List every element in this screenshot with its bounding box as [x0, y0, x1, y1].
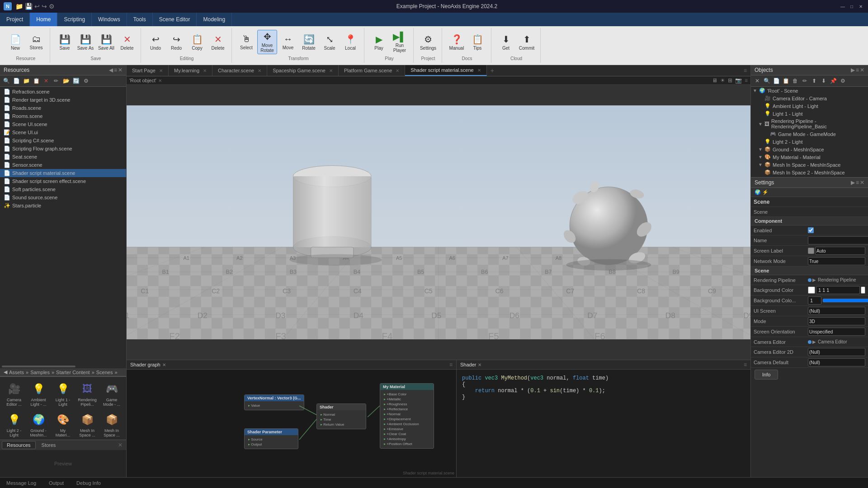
file-item-ambient-light[interactable]: 💡 Ambient Light - ... [27, 380, 50, 408]
tree-item[interactable]: 📄 Sound source.scene [0, 193, 126, 202]
breadcrumb-scenes[interactable]: Scenes [96, 370, 113, 375]
close-tab-learning[interactable]: ✕ [203, 68, 207, 73]
settings-enabled-checkbox[interactable] [808, 227, 814, 233]
tree-item[interactable]: 📄 Shader script screen effect.scene [0, 177, 126, 185]
save-button[interactable]: 💾 Save [55, 30, 75, 54]
settings-mode-select[interactable]: 3D 2D [808, 317, 865, 325]
rotate-button[interactable]: 🔄 Rotate [299, 30, 319, 54]
tree-item[interactable]: 📄 Seat.scene [0, 153, 126, 161]
vp-grid-icon[interactable]: ⊞ [728, 77, 732, 84]
resources-collapse-icon[interactable]: ◀ [109, 67, 113, 73]
tab-my-learning[interactable]: My.learning ✕ [169, 65, 212, 76]
code-options[interactable]: ≡ [744, 361, 747, 368]
undo-button[interactable]: ↩ Undo [146, 30, 165, 54]
expand-icon[interactable]: ▼ [753, 88, 757, 93]
close-code-panel[interactable]: ✕ [478, 362, 481, 367]
save-all-button[interactable]: 💾 Save All [96, 30, 116, 54]
tree-item[interactable]: 📄 Roads.scene [0, 104, 126, 112]
tree-item[interactable]: 📄 Scripting Flow graph.scene [0, 145, 126, 153]
obj-ambient-light[interactable]: 💡 Ambient Light - Light [751, 102, 868, 110]
info-button[interactable]: Info [755, 370, 778, 380]
close-tab-spaceship[interactable]: ✕ [329, 68, 333, 73]
file-item-rendering[interactable]: 🖼 Rendering Pipeli... [76, 380, 99, 408]
obj-root[interactable]: ▼ 🌍 'Root' - Scene [751, 87, 868, 94]
tree-item[interactable]: 📄 Rooms.scene [0, 112, 126, 120]
get-button[interactable]: ⬇ Get [496, 30, 516, 54]
shader-node[interactable]: Shader Normal Time Return Value [316, 404, 366, 429]
tab-start-page[interactable]: Start Page ✕ [127, 65, 169, 76]
tab-spaceship[interactable]: Spaceship Game.scene ✕ [267, 65, 339, 76]
close-tab-character[interactable]: ✕ [258, 68, 261, 73]
res-folder-icon[interactable]: 📁 [22, 76, 31, 85]
res-open-icon[interactable]: 📂 [61, 76, 71, 85]
settings-rendering-pipeline-dot[interactable] [808, 278, 811, 282]
obj-mesh-space1[interactable]: ▼ 📦 Mesh In Space - MeshInSpace [751, 161, 868, 169]
file-item-mesh-space1[interactable]: 📦 Mesh In Space ... [76, 410, 99, 439]
status-tab-output[interactable]: Output [46, 479, 66, 487]
tips-button[interactable]: 📋 Tips [467, 30, 487, 54]
close-button[interactable]: ✕ [857, 3, 864, 10]
tree-item[interactable]: 📄 Soft particles.scene [0, 185, 126, 193]
close-tab-start[interactable]: ✕ [159, 68, 163, 73]
settings-bg-color-slider[interactable] [822, 297, 868, 304]
obj-tb-btn1[interactable]: ✕ [753, 76, 762, 85]
menu-tab-home[interactable]: Home [30, 13, 57, 26]
obj-game-mode[interactable]: 🎮 Game Mode - GameMode [751, 130, 868, 138]
shader-code-tab[interactable]: Shader ✕ [460, 362, 481, 367]
settings-button[interactable]: ⚙ Settings [418, 30, 438, 54]
select-button[interactable]: 🖱 Select [236, 30, 256, 54]
settings-camera-default-select[interactable]: (Null) [808, 358, 865, 366]
tab-resources[interactable]: Resources [2, 441, 36, 449]
shader-graph-tab[interactable]: Shader graph ✕ [130, 362, 166, 367]
obj-rendering-pipeline[interactable]: ▼ 🖼 Rendering Pipeline - RenderingPipeli… [751, 117, 868, 130]
settings-bg-color2-input[interactable] [808, 296, 821, 305]
settings-name-input[interactable] [808, 236, 868, 244]
settings-camera-editor2d-select[interactable]: (Null) [808, 348, 865, 356]
copy-button[interactable]: 📋 Copy [187, 30, 207, 54]
play-button[interactable]: ▶ Play [369, 30, 389, 54]
settings-camera-editor-arrow[interactable]: ▶ [812, 339, 816, 344]
file-item-game-mode[interactable]: 🎮 Game Mode - ... [100, 380, 123, 408]
obj-tb-btn10[interactable]: ⚙ [838, 76, 847, 85]
shader-graph-options[interactable]: ≡ [449, 361, 453, 368]
breadcrumb-back[interactable]: ◀ [4, 369, 7, 375]
tree-item[interactable]: 📄 Scripting C#.scene [0, 136, 126, 145]
settings-options-icon[interactable]: ≡ [856, 179, 859, 186]
3d-viewport[interactable]: A1 A2 A3 A4 A5 A6 A7 A8 A9 B1 B2 B3 B4 B… [127, 85, 750, 360]
settings-screen-label-select[interactable]: Auto [815, 247, 865, 255]
resources-options-icon[interactable]: ≡ [114, 67, 117, 73]
file-item-mesh-space2[interactable]: 📦 Mesh In Space ... [100, 410, 123, 439]
redo-button[interactable]: ↪ Redo [166, 30, 186, 54]
settings-bg-color-input[interactable] [816, 286, 860, 294]
settings-close-icon[interactable]: ✕ [860, 179, 864, 186]
close-shader-graph[interactable]: ✕ [162, 362, 166, 367]
menu-tab-scene-editor[interactable]: Scene Editor [153, 13, 197, 26]
obj-tb-btn6[interactable]: ✏ [800, 76, 809, 85]
tab-shader-material[interactable]: Shader script material.scene ✕ [405, 65, 486, 76]
res-new-icon[interactable]: 📄 [12, 76, 21, 85]
close-bottom-panel[interactable]: ✕ [116, 441, 124, 449]
tree-item-selected[interactable]: 📄 Shader script material.scene [0, 169, 126, 177]
file-item-light2[interactable]: 💡 Light 2 - Light [3, 410, 25, 439]
obj-my-material[interactable]: ▼ 🎨 My Material - Material [751, 153, 868, 161]
vp-sun-icon[interactable]: ☀ [720, 77, 725, 84]
commit-button[interactable]: ⬆ Commit [517, 30, 537, 54]
menu-tab-modeling[interactable]: Modeling [197, 13, 232, 26]
tree-item[interactable]: 📄 Sensor.scene [0, 161, 126, 169]
stores-button[interactable]: 🗂 Stores [26, 30, 46, 54]
local-button[interactable]: 📍 Local [340, 30, 360, 54]
breadcrumb-starter[interactable]: Starter Content [56, 370, 90, 375]
obj-tb-btn5[interactable]: 🗑 [791, 76, 800, 85]
obj-tb-btn4[interactable]: 📋 [781, 76, 790, 85]
obj-tb-btn7[interactable]: ⬆ [810, 76, 819, 85]
code-editor[interactable]: public vec3 MyMethod(vec3 normal, float … [457, 370, 750, 477]
vertex-normal-node[interactable]: VertexNormal : Vector3 (G... Value [244, 394, 304, 410]
tab-platform[interactable]: Platform Game.scene ✕ [339, 65, 405, 76]
res-copy-icon[interactable]: 📋 [32, 76, 41, 85]
new-button[interactable]: 📄 New [5, 30, 25, 54]
res-delete-icon[interactable]: ✕ [42, 76, 51, 85]
delete-button[interactable]: ✕ Delete [208, 30, 228, 54]
file-item-camera-editor[interactable]: 🎥 Camera Editor ... [3, 380, 25, 408]
add-tab-button[interactable]: + [487, 65, 498, 76]
objects-close-icon[interactable]: ✕ [860, 67, 864, 73]
